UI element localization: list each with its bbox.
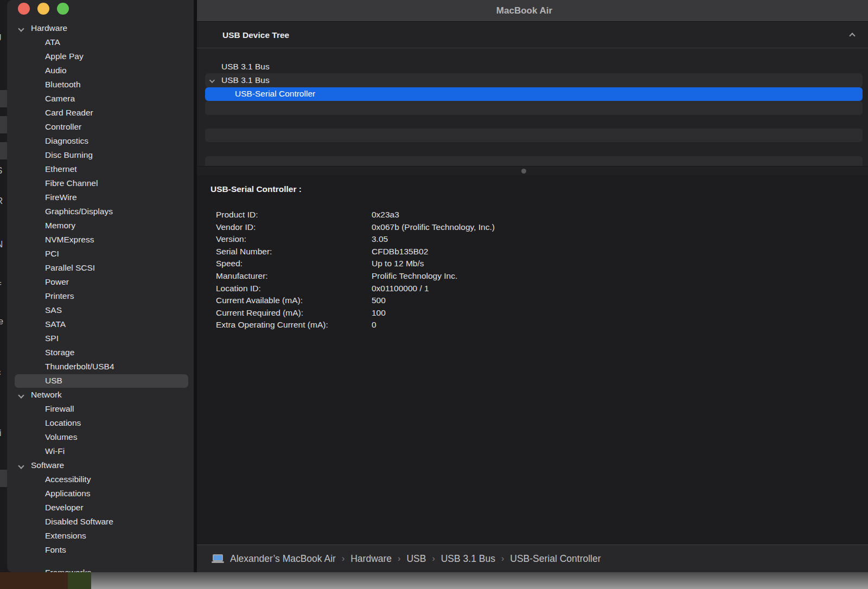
- usb-device-tree-rows: USB 3.1 BusUSB 3.1 BusUSB-Serial Control…: [205, 60, 863, 166]
- sidebar-item-storage[interactable]: Storage: [7, 345, 194, 360]
- tree-row-empty: [205, 142, 863, 156]
- sidebar-item-label: Audio: [45, 66, 67, 75]
- background-fragment: [0, 470, 7, 487]
- field-value: 3.05: [372, 233, 857, 246]
- sidebar-item-spi[interactable]: SPI: [7, 331, 194, 345]
- breadcrumb-bar: Alexander’s MacBook Air›Hardware›USB›USB…: [197, 545, 868, 572]
- tree-row-empty: [205, 156, 863, 166]
- sidebar-item-diagnostics[interactable]: Diagnostics: [7, 134, 194, 148]
- chevron-down-icon[interactable]: [18, 392, 24, 398]
- tree-row-usb-serial-controller[interactable]: USB-Serial Controller: [205, 87, 863, 101]
- field-label: Location ID:: [216, 283, 372, 295]
- sidebar-item-parallel-scsi[interactable]: Parallel SCSI: [7, 261, 194, 275]
- minimize-button[interactable]: [37, 3, 49, 15]
- tree-row-empty: [205, 129, 863, 142]
- sidebar-item-extensions[interactable]: Extensions: [7, 529, 194, 543]
- sidebar-item-network[interactable]: Network: [7, 388, 194, 402]
- sidebar-item-disabled-software[interactable]: Disabled Software: [7, 515, 194, 529]
- zoom-button[interactable]: [57, 3, 69, 15]
- background-text-fragment: c: [0, 368, 1, 377]
- traffic-lights: [18, 3, 69, 15]
- desktop-segment: [0, 572, 68, 589]
- sidebar-item-label: Locations: [45, 418, 81, 428]
- sidebar-item-fibre-channel[interactable]: Fibre Channel: [7, 176, 194, 190]
- tree-row-usb-3-1-bus[interactable]: USB 3.1 Bus: [205, 60, 863, 73]
- desktop-segment: [68, 572, 91, 589]
- collapse-section-button[interactable]: [848, 32, 856, 40]
- sidebar-item-label: Applications: [45, 489, 91, 498]
- sidebar-item-label: Software: [31, 460, 64, 470]
- sidebar-item-printers[interactable]: Printers: [7, 289, 194, 303]
- sidebar-item-nvmexpress[interactable]: NVMExpress: [7, 233, 194, 247]
- detail-field-row: Location ID:0x01100000 / 1: [216, 283, 857, 295]
- splitter-handle-icon: [521, 169, 526, 174]
- sidebar-item-controller[interactable]: Controller: [7, 120, 194, 134]
- sidebar-item-camera[interactable]: Camera: [7, 92, 194, 106]
- sidebar-item-applications[interactable]: Applications: [7, 486, 194, 501]
- sidebar-item-ethernet[interactable]: Ethernet: [7, 162, 194, 176]
- sidebar-item-label: Diagnostics: [45, 136, 88, 146]
- pane-splitter[interactable]: [197, 166, 868, 175]
- field-label: Current Required (mA):: [216, 307, 372, 319]
- sidebar-item-power[interactable]: Power: [7, 275, 194, 289]
- sidebar-item-firewire[interactable]: FireWire: [7, 190, 194, 204]
- window-titlebar[interactable]: MacBook Air: [197, 0, 868, 22]
- sidebar-item-bluetooth[interactable]: Bluetooth: [7, 78, 194, 92]
- sidebar-item-label: FireWire: [45, 193, 77, 202]
- field-label: Speed:: [216, 258, 372, 270]
- field-value: 0x067b (Prolific Technology, Inc.): [372, 221, 857, 234]
- sidebar-item-software[interactable]: Software: [7, 458, 194, 472]
- sidebar-item-card-reader[interactable]: Card Reader: [7, 106, 194, 120]
- category-sidebar: HardwareATAApple PayAudioBluetoothCamera…: [7, 0, 194, 572]
- sidebar-item-ata[interactable]: ATA: [7, 35, 194, 49]
- sidebar-item-thunderbolt-usb4[interactable]: Thunderbolt/USB4: [7, 360, 194, 374]
- sidebar-item-firewall[interactable]: Firewall: [7, 402, 194, 416]
- sidebar-item-label: Accessibility: [45, 475, 91, 484]
- field-label: Vendor ID:: [216, 221, 372, 234]
- sidebar-item-label: Fonts: [45, 545, 66, 555]
- background-text-fragment: N: [0, 240, 3, 249]
- sidebar-item-label: NVMExpress: [45, 235, 94, 245]
- sidebar-item-audio[interactable]: Audio: [7, 63, 194, 78]
- field-label: Product ID:: [216, 209, 372, 221]
- sidebar-item-label: Extensions: [45, 531, 86, 541]
- sidebar-item-label: Volumes: [45, 432, 77, 442]
- sidebar-item-label: Printers: [45, 291, 74, 301]
- chevron-down-icon[interactable]: [18, 25, 24, 31]
- sidebar-item-memory[interactable]: Memory: [7, 219, 194, 233]
- tree-row-usb-3-1-bus[interactable]: USB 3.1 Bus: [205, 73, 863, 87]
- desktop-wallpaper-strip: [0, 572, 868, 589]
- background-fragment: [0, 90, 7, 107]
- sidebar-item-sas[interactable]: SAS: [7, 303, 194, 317]
- sidebar-item-usb[interactable]: USB: [7, 374, 194, 388]
- sidebar-item-developer[interactable]: Developer: [7, 501, 194, 515]
- field-label: Current Available (mA):: [216, 294, 372, 307]
- sidebar-item-fonts[interactable]: Fonts: [7, 543, 194, 557]
- sidebar-item-label: Memory: [45, 221, 75, 231]
- usb-device-tree-pane: USB 3.1 BusUSB 3.1 BusUSB-Serial Control…: [197, 49, 868, 166]
- sidebar-item-label: Controller: [45, 122, 81, 132]
- sidebar-item-disc-burning[interactable]: Disc Burning: [7, 148, 194, 162]
- sidebar-item-volumes[interactable]: Volumes: [7, 430, 194, 444]
- close-button[interactable]: [18, 3, 30, 15]
- sidebar-item-frameworks[interactable]: Frameworks: [7, 566, 194, 572]
- sidebar-item-apple-pay[interactable]: Apple Pay: [7, 49, 194, 63]
- sidebar-item-wi-fi[interactable]: Wi-Fi: [7, 444, 194, 458]
- field-label: Manufacturer:: [216, 270, 372, 283]
- breadcrumb: Alexander’s MacBook Air›Hardware›USB›USB…: [230, 553, 601, 565]
- sidebar-item-label: ATA: [45, 37, 60, 47]
- sidebar-item-accessibility[interactable]: Accessibility: [7, 472, 194, 486]
- sidebar-item-pci[interactable]: PCI: [7, 247, 194, 261]
- breadcrumb-separator: ›: [501, 554, 504, 564]
- sidebar-item-sata[interactable]: SATA: [7, 317, 194, 331]
- sidebar-item-graphics-displays[interactable]: Graphics/Displays: [7, 204, 194, 219]
- occluded-background-window-strip: gSRN=lecri: [0, 0, 7, 572]
- breadcrumb-separator: ›: [432, 554, 435, 564]
- sidebar-item-label: Ethernet: [45, 164, 77, 174]
- sidebar-item-label: Card Reader: [45, 108, 93, 118]
- chevron-down-icon[interactable]: [18, 463, 24, 469]
- chevron-down-icon[interactable]: [209, 78, 215, 83]
- usb-device-tree-header: USB Device Tree: [197, 22, 868, 48]
- sidebar-item-hardware[interactable]: Hardware: [7, 21, 194, 35]
- sidebar-item-locations[interactable]: Locations: [7, 416, 194, 430]
